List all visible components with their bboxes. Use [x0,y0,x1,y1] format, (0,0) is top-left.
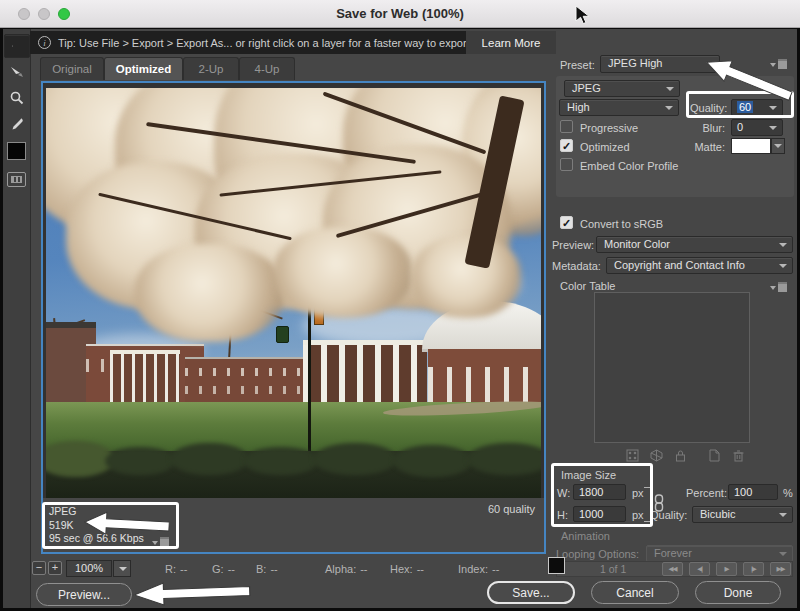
convert-srgb-label: Convert to sRGB [580,218,663,230]
quality-annotation: 60 quality [430,503,535,515]
chevron-down-icon [779,264,787,268]
file-size: 519K [49,519,144,533]
looping-options-label: Looping Options: [556,548,639,560]
metadata-select[interactable]: Copyright and Contact Info [606,257,793,274]
tip-bar: i Tip: Use File > Export > Export As... … [30,31,556,54]
embed-color-profile-checkbox[interactable] [560,158,573,171]
height-unit: px [632,509,644,521]
chevron-down-icon [769,106,777,110]
blur-input[interactable]: 0 [731,119,783,136]
download-time: 95 sec @ 56.6 Kbps [49,532,144,546]
info-icon: i [38,36,51,49]
save-button[interactable]: Save... [487,581,575,604]
first-frame-button[interactable]: ◀◀ [662,562,683,576]
preview-button[interactable]: Preview... [36,583,132,606]
matte-label: Matte: [675,141,725,153]
height-input[interactable]: 1000 [573,506,626,522]
eyedropper-tool[interactable] [4,112,30,136]
zoom-level-menu-button[interactable] [113,560,131,577]
green-readout: G:-- [212,563,235,575]
chevron-down-icon [666,87,674,91]
progressive-checkbox[interactable] [560,120,573,133]
preview-image[interactable] [46,88,541,498]
cancel-button[interactable]: Cancel [591,581,679,604]
new-color-icon[interactable] [708,448,721,466]
color-table-label: Color Table [560,280,615,292]
frame-indicator: 1 of 1 [600,563,626,575]
blur-label: Blur: [675,122,725,134]
zoom-in-button[interactable]: + [48,561,62,575]
preview-menu-label: Preview: [552,239,594,251]
red-readout: R:-- [165,563,187,575]
tab-optimized[interactable]: Optimized [104,57,183,80]
zoom-out-button[interactable]: − [32,561,46,575]
toggle-slices-visibility-button[interactable] [7,172,26,187]
chevron-down-icon [779,552,787,556]
next-frame-button[interactable]: |▶ [743,562,764,576]
lock-color-icon[interactable] [674,448,687,466]
trash-icon[interactable] [732,448,745,466]
magnifier-icon [9,90,25,106]
hex-readout: Hex:-- [390,563,424,575]
download-speed-menu-icon[interactable] [152,536,169,549]
width-label: W: [557,487,570,499]
chevron-down-icon [779,513,787,517]
play-button[interactable]: ▶ [716,562,737,576]
slice-select-tool[interactable] [4,60,30,84]
matte-swatch[interactable] [731,138,771,154]
save-for-web-dialog: Save for Web (100%) i Tip: Use File > Ex… [0,0,800,611]
optimized-label: Optimized [580,141,630,153]
tip-text: Tip: Use File > Export > Export As... or… [58,37,505,49]
percent-input[interactable]: 100 [728,484,778,500]
percent-label: Percent: [686,487,727,499]
quality-input[interactable]: 60 [731,99,783,116]
hand-icon [12,38,13,54]
preview-menu-select[interactable]: Monitor Color [596,236,793,253]
file-info: JPEG 519K 95 sec @ 56.6 Kbps [49,505,144,546]
progressive-label: Progressive [580,122,638,134]
alpha-readout: Alpha:-- [325,563,368,575]
slices-icon [11,176,22,183]
eyedropper-color-swatch[interactable] [7,142,26,160]
done-button[interactable]: Done [695,581,781,604]
metadata-label: Metadata: [552,260,601,272]
width-unit: px [632,487,644,499]
window-title: Save for Web (100%) [0,6,800,21]
slice-select-icon [9,64,25,80]
color-table-menu-icon[interactable] [770,281,787,294]
preset-select[interactable]: JPEG High [600,55,720,73]
title-bar: Save for Web (100%) [0,0,800,28]
quality-label: Quality: [690,102,727,114]
width-input[interactable]: 1800 [573,484,626,500]
chevron-down-icon [774,144,782,148]
sampled-color-swatch[interactable] [548,557,565,574]
looping-options-select: Forever [646,545,793,562]
height-label: H: [557,509,568,521]
matte-menu-button[interactable] [771,138,785,154]
optimized-checkbox[interactable] [560,139,573,152]
tab-2up[interactable]: 2-Up [183,57,239,80]
image-size-header: Image Size [561,469,616,481]
dither-icon[interactable] [626,448,639,466]
resample-quality-select[interactable]: Bicubic [692,506,793,523]
convert-srgb-checkbox[interactable] [560,216,573,229]
last-frame-button[interactable]: ▶▶ [770,562,791,576]
photo-rotunda [422,301,541,412]
tab-4up[interactable]: 4-Up [239,57,295,80]
eyedropper-icon [9,116,25,132]
color-table-area [594,292,750,443]
compression-select[interactable]: High [559,99,679,116]
web-shift-icon[interactable] [650,448,663,466]
hand-tool[interactable] [4,34,30,58]
learn-more-button[interactable]: Learn More [466,31,556,54]
zoom-tool[interactable] [4,86,30,110]
preset-panel-menu-icon[interactable] [770,58,787,71]
previous-frame-button[interactable]: ◀| [689,562,710,576]
preset-label: Preset: [560,59,595,71]
format-select[interactable]: JPEG [564,80,680,97]
file-format: JPEG [49,505,144,519]
index-readout: Index:-- [458,563,499,575]
tab-original[interactable]: Original [40,57,104,80]
animation-header: Animation [561,530,610,542]
zoom-level-value[interactable]: 100% [66,560,112,577]
